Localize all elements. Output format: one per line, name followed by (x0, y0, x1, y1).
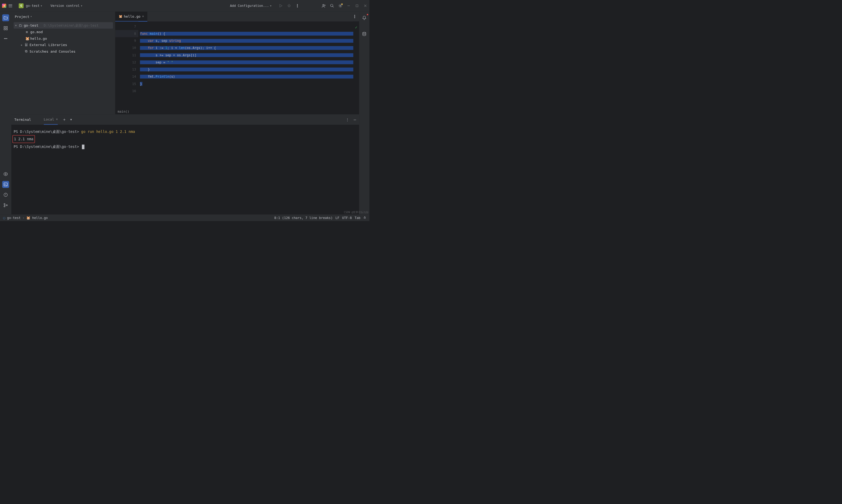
go-file-icon: 🐹 (119, 15, 122, 18)
run-button[interactable] (279, 4, 283, 8)
ide-logo-icon: G (2, 4, 6, 8)
terminal-tab[interactable]: Local × (44, 114, 58, 125)
tree-external-label: External Libraries (30, 43, 67, 47)
svg-rect-9 (4, 26, 5, 28)
hide-terminal-button[interactable]: — (354, 117, 356, 122)
titlebar: G G go-test Version control Add Configur… (0, 0, 370, 12)
tree-scratches-label: Scratches and Consoles (30, 49, 75, 53)
vcs-tool-button[interactable] (2, 202, 9, 209)
terminal-panel: Terminal Local × ＋ ▾ ⋮ — PS D:\System\mi… (11, 114, 359, 214)
debug-button[interactable] (287, 4, 291, 8)
more-tool-button[interactable] (2, 35, 9, 42)
svg-rect-28 (364, 217, 365, 218)
line-separator[interactable]: LF (335, 216, 339, 219)
project-panel-title[interactable]: Project ▾ (11, 12, 115, 22)
right-toolbar (359, 12, 369, 215)
svg-marker-17 (5, 174, 6, 175)
terminal-title: Terminal (14, 118, 31, 121)
terminal-options-button[interactable]: ⋮ (346, 118, 349, 121)
run-config-dropdown[interactable]: Add Configuration... (230, 4, 272, 7)
svg-point-3 (297, 5, 298, 6)
svg-point-24 (355, 16, 355, 17)
tree-scratches[interactable]: ⧉ Scratches and Consoles (14, 48, 113, 55)
scratches-icon: ⧉ (24, 49, 28, 53)
indent-setting[interactable]: Tab (355, 216, 360, 219)
services-tool-button[interactable] (2, 170, 9, 177)
svg-point-21 (4, 206, 5, 207)
terminal-header: Terminal Local × ＋ ▾ ⋮ — (11, 114, 359, 125)
go-file-icon: 🐹 (25, 36, 29, 40)
main-menu-button[interactable] (8, 4, 12, 7)
terminal-body[interactable]: PS D:\System\mine\桌面\go-test> go run hel… (11, 125, 359, 215)
svg-point-20 (4, 203, 5, 204)
editor-gutter: 78910111213141516 (115, 22, 139, 109)
statusbar: ▢ go-test › 🐹 hello.go 8:1 (126 chars, 7… (0, 215, 370, 221)
svg-marker-0 (280, 4, 282, 7)
breadcrumb-root[interactable]: go-test (7, 216, 21, 219)
project-name-dropdown[interactable]: go-test (26, 4, 42, 7)
project-badge: G (19, 3, 23, 8)
editor-tab-name: hello.go (124, 14, 140, 18)
project-panel-title-text: Project (15, 15, 29, 18)
svg-point-13 (4, 38, 5, 39)
go-file-icon: 🐹 (26, 216, 30, 219)
tree-file[interactable]: ≡ go.mod (14, 29, 113, 35)
svg-point-2 (297, 4, 298, 5)
close-button[interactable] (363, 4, 368, 8)
svg-point-6 (330, 4, 333, 6)
file-encoding[interactable]: UTF-8 (342, 216, 352, 219)
inspection-ok-icon[interactable]: ✓ (355, 25, 357, 30)
file-icon: ≡ (25, 30, 29, 34)
editor-more-button[interactable] (353, 15, 357, 19)
svg-point-7 (340, 5, 341, 6)
svg-point-4 (297, 7, 298, 7)
svg-rect-12 (6, 29, 7, 30)
svg-point-5 (323, 4, 324, 6)
problems-tool-button[interactable] (2, 191, 9, 198)
breadcrumb-file[interactable]: hello.go (32, 216, 48, 219)
library-icon: ⌸ (24, 43, 28, 47)
vcs-menu[interactable]: Version control (51, 4, 83, 7)
svg-point-25 (355, 17, 355, 18)
cursor-position[interactable]: 8:1 (126 chars, 7 line breaks) (274, 216, 333, 219)
terminal-tool-button[interactable] (2, 181, 9, 188)
svg-point-27 (363, 32, 366, 33)
folder-icon: 🗀 (19, 23, 22, 28)
collaborate-icon[interactable] (322, 4, 326, 8)
search-icon[interactable] (330, 4, 334, 8)
minimize-button[interactable] (347, 4, 351, 8)
settings-icon[interactable] (338, 4, 342, 8)
code-area[interactable]: func main() { var s, sep string for i :=… (139, 22, 354, 109)
editor-breadcrumb[interactable]: main() (115, 108, 359, 114)
project-tool-button[interactable] (2, 14, 9, 21)
svg-marker-16 (4, 173, 7, 176)
tree-root-label: go-test (24, 23, 38, 28)
close-terminal-tab-button[interactable]: × (56, 118, 58, 121)
editor-panel: 🐹 hello.go × 78910111213141516 func main… (115, 12, 359, 114)
close-tab-button[interactable]: × (142, 15, 144, 18)
tree-root-path: D:\System\mine\桌面\go-test (44, 23, 99, 28)
new-terminal-button[interactable]: ＋ (62, 118, 66, 122)
svg-point-14 (5, 38, 6, 39)
tree-external-libs[interactable]: ▸ ⌸ External Libraries (14, 41, 113, 48)
module-icon: ▢ (3, 216, 5, 219)
maximize-button[interactable] (355, 4, 359, 8)
readonly-toggle[interactable] (363, 216, 366, 219)
structure-tool-button[interactable] (2, 25, 9, 32)
tree-file[interactable]: 🐹 hello.go (14, 35, 113, 41)
svg-point-15 (6, 38, 7, 39)
database-tool-button[interactable] (361, 31, 368, 37)
notifications-button[interactable] (361, 14, 368, 21)
svg-rect-18 (4, 183, 7, 186)
editor-inspection-strip: ✓ (353, 22, 359, 109)
svg-rect-11 (4, 29, 5, 30)
project-tree[interactable]: ▾ 🗀 go-test D:\System\mine\桌面\go-test ≡ … (11, 22, 115, 114)
more-actions-button[interactable] (295, 4, 300, 8)
code-editor[interactable]: 78910111213141516 func main() { var s, s… (115, 22, 359, 109)
editor-tab[interactable]: 🐹 hello.go × (115, 12, 147, 22)
svg-rect-10 (6, 26, 7, 28)
watermark: CSDN @世界尽头与你 (344, 211, 369, 214)
terminal-dropdown-button[interactable]: ▾ (69, 118, 73, 122)
tree-root[interactable]: ▾ 🗀 go-test D:\System\mine\桌面\go-test (14, 22, 113, 29)
svg-point-22 (6, 205, 7, 206)
